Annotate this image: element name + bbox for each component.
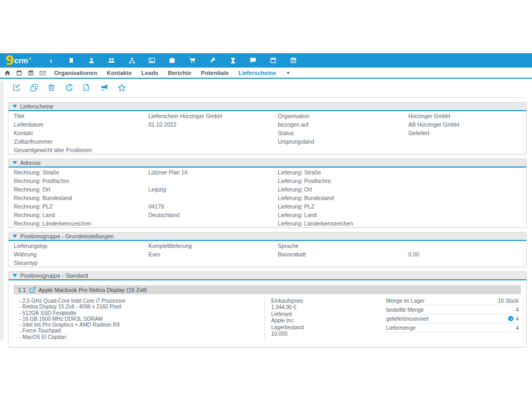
section-header-grundeinstellungen[interactable]: Positionsgruppe - Grundeinstellungen [9, 232, 526, 241]
spec-line: - MacOS El Capitan [19, 334, 259, 340]
field-value [403, 176, 526, 185]
field-label [272, 258, 403, 267]
hourglass-icon[interactable] [229, 57, 236, 64]
field-label: Basisrabatt [272, 250, 403, 258]
qty-value: 4 [516, 316, 519, 322]
field-value-lagerbestand: 10,000 [271, 331, 378, 337]
section-header-standard[interactable]: Positionsgruppe - Standard [9, 272, 526, 280]
section-positionsgruppe-standard: Positionsgruppe - Standard 1.1 Apple Mac… [8, 271, 527, 347]
qty-label: Menge im Lager [386, 298, 425, 304]
tab-organisationen[interactable]: Organisationen [54, 70, 97, 76]
tab-lieferscheine[interactable]: Lieferscheine [238, 70, 276, 76]
field-value [143, 193, 272, 202]
field-value [403, 193, 526, 202]
tab-berichte[interactable]: Berichte [168, 70, 192, 76]
briefcase-icon[interactable] [169, 57, 176, 64]
field-value-titel: Lieferschein Hürzinger GmbH [143, 111, 272, 120]
crm-app: 9crm+ ‹ Organisationen Kontakt [0, 53, 532, 352]
field-value [143, 176, 272, 185]
duplicate-icon[interactable] [30, 84, 38, 92]
field-label: Rechnung: Straße [9, 168, 143, 176]
field-label: Rechnung: Länderkennzeichen [9, 219, 143, 227]
info-icon[interactable]: i [508, 316, 513, 321]
field-label: Gesamtgewicht aller Positionen [9, 145, 143, 154]
mail-icon[interactable] [39, 70, 46, 76]
section-header-adresse[interactable]: Adresse [9, 159, 526, 168]
image-icon[interactable] [148, 57, 155, 64]
tab-leads[interactable]: Leads [142, 70, 159, 76]
field-label: Lieferung: Postfachnr. [272, 176, 403, 185]
app-logo: 9crm+ [5, 55, 31, 66]
field-label: Rechnung: Ort [9, 185, 143, 193]
field-value-lieferant[interactable]: Apple Inc. [271, 318, 378, 324]
field-label: Lieferung: PLZ [272, 202, 403, 210]
hierarchy-icon[interactable] [128, 57, 135, 64]
field-label [272, 145, 403, 154]
field-value-lieferdatum: 01.10.2022 [143, 120, 272, 128]
calendar-check-icon[interactable] [28, 70, 34, 76]
field-label: Organisation [272, 111, 403, 120]
field-label: Steuertyp [9, 258, 143, 267]
section-positionsgruppe-grundeinstellungen: Positionsgruppe - Grundeinstellungen Lie… [8, 232, 527, 267]
spec-line: - 16 GB 1600 MHz DDR3L SDRAM [19, 316, 259, 322]
item-description: - 2,5 GHz Quad-Core Intel Core i7 Prozes… [14, 296, 265, 342]
announce-icon[interactable] [100, 84, 109, 92]
field-label: Kontakt [9, 128, 143, 137]
item-quantities: Menge im Lager 10 Stück bestellte Menge … [384, 296, 521, 342]
section-header-lieferscheine[interactable]: Lieferscheine [9, 103, 526, 111]
section-title: Positionsgruppe - Standard [20, 272, 88, 279]
section-title: Adresse [20, 160, 41, 166]
field-label: Lagerbestand [271, 325, 378, 331]
field-label: Lieferungstyp [9, 241, 143, 250]
external-link-icon[interactable] [29, 287, 36, 293]
more-tabs-caret-icon[interactable]: ▾ [287, 70, 289, 76]
field-value-organisation[interactable]: Hürzinger GmbH [403, 111, 526, 120]
field-label: Sprache [272, 241, 403, 250]
tab-kontakte[interactable]: Kontakte [107, 70, 132, 76]
item-title: Apple Macbook Pro Retina Display (15 Zol… [39, 287, 147, 293]
field-label: Lieferung: Länderkennzeichen [272, 219, 403, 227]
field-value [403, 258, 526, 267]
field-value-zolltarifnummer [143, 137, 272, 145]
field-value-basisrabatt: 0,00 [403, 250, 526, 258]
field-label: Lieferung: Land [272, 210, 403, 219]
qty-row: Liefermenge 4 [385, 323, 520, 332]
qty-label: bestellte Menge [386, 307, 424, 313]
field-label: Zolltarifnummer [9, 137, 143, 145]
field-value-status: Geliefert [403, 128, 526, 137]
delete-icon[interactable] [47, 84, 56, 92]
field-label: Lieferdatum [9, 120, 143, 128]
field-label: Lieferung: Bundesland [272, 193, 403, 202]
wrench-icon[interactable] [209, 57, 216, 64]
field-value-bezogen-auf[interactable]: AB Hürzinger GmbH [403, 120, 526, 128]
calendar-icon[interactable] [270, 57, 277, 64]
qty-label: geliefert/reserviert [386, 316, 429, 322]
module-nav: Organisationen Kontakte Leads Berichte P… [0, 68, 532, 79]
favorite-icon[interactable] [118, 84, 126, 92]
qty-value: 4 [516, 307, 519, 313]
group-icon[interactable] [108, 57, 115, 64]
field-label: Rechnung: PLZ [9, 202, 143, 210]
cart-icon[interactable] [189, 57, 196, 64]
topbar: 9crm+ ‹ [0, 53, 532, 68]
field-value-kontakt [143, 128, 272, 137]
chat-icon[interactable] [250, 57, 256, 64]
calendar-icon[interactable] [16, 70, 22, 76]
spec-line: - Force-Touchpad [19, 328, 259, 334]
item-number: 1.1 [18, 287, 26, 293]
home-icon[interactable] [4, 70, 11, 76]
user-icon[interactable] [88, 57, 95, 64]
logo-plus: + [28, 55, 31, 62]
field-value-lieferung-strasse [403, 168, 526, 176]
record-toolbar [8, 79, 527, 98]
edit-icon[interactable] [12, 84, 21, 92]
tab-potentiale[interactable]: Potentiale [201, 70, 229, 76]
bookmark-icon[interactable] [68, 57, 74, 64]
collapsed-sidebar[interactable] [0, 81, 4, 340]
calendar-check-icon[interactable] [290, 57, 297, 64]
pdf-icon[interactable] [82, 84, 91, 92]
history-icon[interactable] [65, 84, 73, 92]
section-title: Positionsgruppe - Grundeinstellungen [20, 233, 114, 239]
chevron-left-icon[interactable]: ‹ [47, 57, 54, 64]
field-label: Währung [9, 250, 143, 258]
